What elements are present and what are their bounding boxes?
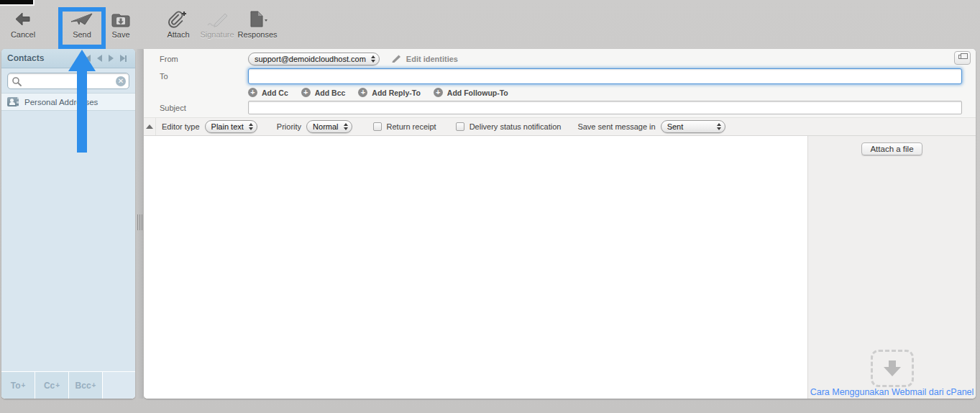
- select-arrows-icon: [344, 123, 348, 130]
- insert-to-button[interactable]: To+: [1, 372, 35, 399]
- footer-spacer: [103, 372, 135, 399]
- plus-circle-icon: +: [301, 88, 311, 97]
- file-dropzone[interactable]: [871, 350, 914, 387]
- plus-circle-icon: +: [248, 88, 257, 97]
- insert-bcc-button[interactable]: Bcc+: [69, 372, 102, 399]
- last-page-icon[interactable]: [120, 55, 127, 62]
- attachments-panel: Attach a file Cara Menggunakan Webmail d…: [807, 136, 976, 399]
- compose-headers: From support@demoidcloudhost.com Edit id…: [144, 49, 976, 117]
- tutorial-arrow-shaft: [77, 70, 87, 153]
- editor-type-label: Editor type: [162, 122, 200, 131]
- tutorial-arrow-icon: [68, 50, 96, 71]
- to-row: To: [144, 67, 976, 86]
- add-reply-to-link[interactable]: + Add Reply-To: [358, 88, 420, 97]
- editor-type-select[interactable]: Plain text: [205, 120, 257, 133]
- popout-compose-button[interactable]: [954, 51, 971, 65]
- save-sent-label: Save sent message in: [577, 122, 655, 131]
- return-receipt-option: Return receipt: [373, 122, 436, 131]
- plus-icon: +: [55, 381, 60, 389]
- signature-pen-icon: [197, 9, 237, 29]
- tutorial-highlight-box: [58, 7, 106, 49]
- add-cc-link[interactable]: + Add Cc: [248, 88, 288, 97]
- attach-button[interactable]: Attach: [158, 9, 198, 42]
- add-recipient-links: + Add Cc + Add Bcc + Add Reply-To + Add …: [144, 86, 976, 99]
- save-button[interactable]: Save: [101, 9, 141, 42]
- compose-body-row: Attach a file Cara Menggunakan Webmail d…: [144, 136, 976, 399]
- attach-paperclip-icon: [158, 9, 198, 29]
- contacts-search-box: ✕: [7, 73, 129, 89]
- next-page-icon[interactable]: [109, 55, 114, 62]
- contacts-panel: Contacts ✕ Personal Addresses: [1, 49, 135, 399]
- to-input[interactable]: [248, 68, 962, 84]
- drop-down-arrow-icon: [884, 360, 901, 376]
- subject-row: Subject: [144, 99, 976, 116]
- sidebar-item-personal-addresses[interactable]: Personal Addresses: [1, 93, 135, 111]
- panel-splitter[interactable]: [137, 49, 143, 399]
- responses-page-icon: [237, 9, 278, 29]
- plus-icon: +: [21, 381, 25, 389]
- contacts-search-area: ✕: [1, 68, 135, 93]
- contacts-list-empty: [1, 111, 135, 371]
- responses-button[interactable]: Responses: [237, 9, 278, 42]
- cancel-arrow-icon: [3, 9, 43, 29]
- webmail-compose-window: Cancel Send Save Attach: [0, 0, 980, 413]
- save-sent-select[interactable]: Sent: [661, 120, 725, 133]
- splitter-grip-icon: [137, 214, 142, 230]
- plus-circle-icon: +: [434, 88, 443, 97]
- edit-identities-link[interactable]: Edit identities: [391, 53, 458, 65]
- compose-options-bar: Editor type Plain text Priority Normal R…: [144, 117, 976, 136]
- cancel-button[interactable]: Cancel: [3, 9, 43, 42]
- select-arrows-icon: [371, 55, 375, 63]
- subject-label: Subject: [160, 104, 248, 112]
- return-receipt-checkbox[interactable]: [373, 122, 382, 131]
- previous-page-icon[interactable]: [97, 55, 102, 62]
- select-arrows-icon: [249, 123, 253, 130]
- delivery-status-option: Delivery status notification: [456, 122, 562, 131]
- delivery-status-checkbox[interactable]: [456, 122, 464, 131]
- from-label: From: [160, 55, 248, 63]
- add-bcc-link[interactable]: + Add Bcc: [301, 88, 346, 97]
- subject-input[interactable]: [248, 101, 962, 114]
- attach-a-file-button[interactable]: Attach a file: [861, 142, 922, 155]
- select-arrows-icon: [717, 123, 721, 130]
- collapse-up-icon: [146, 124, 153, 129]
- save-drawer-icon: [101, 9, 141, 29]
- plus-circle-icon: +: [358, 88, 367, 97]
- plus-icon: +: [92, 381, 96, 389]
- message-body-input[interactable]: [144, 136, 807, 399]
- contacts-footer: To+ Cc+ Bcc+: [1, 371, 135, 399]
- search-icon: [12, 76, 22, 89]
- add-followup-to-link[interactable]: + Add Followup-To: [434, 88, 508, 97]
- compose-area: From support@demoidcloudhost.com Edit id…: [144, 49, 976, 399]
- cpanel-help-link[interactable]: Cara Menggunakan Webmail dari cPanel: [808, 387, 976, 397]
- collapse-options-button[interactable]: [144, 118, 156, 135]
- priority-select[interactable]: Normal: [306, 120, 352, 133]
- screen-corner-artifact: [0, 0, 35, 6]
- insert-cc-button[interactable]: Cc+: [35, 372, 68, 399]
- search-clear-icon[interactable]: ✕: [116, 76, 126, 86]
- popout-windows-icon: [958, 55, 964, 59]
- contacts-search-input[interactable]: [25, 74, 113, 88]
- signature-button: Signature: [197, 9, 237, 42]
- to-label: To: [160, 72, 248, 81]
- pencil-icon: [391, 53, 402, 65]
- address-book-icon: [7, 97, 19, 106]
- from-row: From support@demoidcloudhost.com Edit id…: [144, 51, 976, 67]
- priority-label: Priority: [277, 122, 301, 131]
- from-select[interactable]: support@demoidcloudhost.com: [248, 53, 380, 65]
